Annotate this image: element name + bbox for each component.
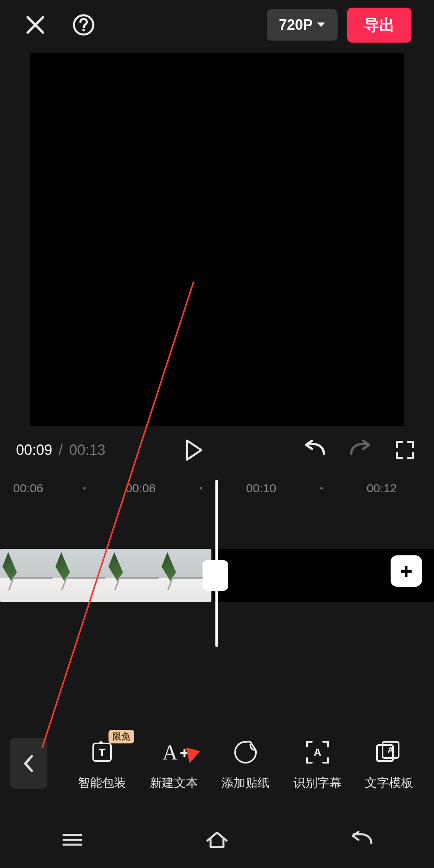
badge-free: 限免 <box>108 730 134 743</box>
tool-text-template[interactable]: A 文字模板 <box>354 736 424 791</box>
export-button[interactable]: 导出 <box>347 8 411 43</box>
ruler-dot <box>83 487 86 489</box>
redo-icon <box>349 440 371 460</box>
back-icon <box>350 831 374 849</box>
nav-recent-button[interactable] <box>48 824 96 856</box>
tool-label: 智能包装 <box>78 775 126 791</box>
tool-label: 识别字幕 <box>293 775 342 791</box>
svg-text:A: A <box>387 745 394 755</box>
svg-text:A: A <box>162 741 178 764</box>
nav-home-button[interactable] <box>193 824 241 856</box>
menu-icon <box>61 832 84 848</box>
video-preview[interactable] <box>30 53 404 426</box>
ruler-label: 00:12 <box>366 481 397 495</box>
text-template-icon: A <box>375 736 403 768</box>
tool-auto-caption[interactable]: A 识别字幕 <box>282 736 353 791</box>
home-icon <box>205 830 229 850</box>
play-button[interactable] <box>181 437 207 463</box>
caption-scan-icon: A <box>305 736 330 768</box>
tool-smart-package[interactable]: 限免 T 智能包装 <box>67 736 137 791</box>
clip-thumbnail <box>106 549 159 602</box>
svg-point-1 <box>82 29 85 31</box>
add-clip-button[interactable]: + <box>391 555 422 587</box>
resolution-select[interactable]: 720P <box>267 9 338 41</box>
undo-button[interactable] <box>302 437 328 463</box>
top-bar: 720P 导出 <box>0 0 434 50</box>
fullscreen-button[interactable] <box>392 437 418 463</box>
help-icon <box>73 14 94 36</box>
svg-text:T: T <box>98 746 105 759</box>
transport-bar: 00:09 / 00:13 <box>0 426 434 474</box>
ruler-dot <box>320 487 323 489</box>
export-label: 导出 <box>364 16 395 33</box>
sticker-icon <box>233 736 258 768</box>
fullscreen-icon <box>395 440 415 460</box>
video-clip[interactable] <box>0 549 211 602</box>
duration: 00:13 <box>69 442 105 458</box>
system-nav-bar <box>0 812 434 868</box>
undo-icon <box>304 440 326 460</box>
tool-label: 添加贴纸 <box>221 775 270 791</box>
a-plus-icon: A <box>160 736 188 768</box>
ruler-dot <box>200 487 202 489</box>
close-button[interactable] <box>23 12 48 38</box>
chevron-left-icon <box>23 755 34 772</box>
tool-label: 新建文本 <box>150 775 198 791</box>
resolution-label: 720P <box>279 16 313 33</box>
svg-text:A: A <box>313 746 321 759</box>
time-separator: / <box>59 442 63 458</box>
close-icon <box>25 15 45 35</box>
ruler-label: 00:10 <box>246 481 276 495</box>
ruler-label: 00:08 <box>125 481 156 495</box>
ruler-label: 00:06 <box>13 481 43 495</box>
tool-label: 文字模板 <box>365 775 413 791</box>
nav-back-button[interactable] <box>338 824 386 856</box>
current-time: 00:09 <box>16 442 52 458</box>
time-display: 00:09 / 00:13 <box>16 442 105 459</box>
chevron-down-icon <box>317 22 326 28</box>
help-button[interactable] <box>71 12 96 38</box>
tool-row: 限免 T 智能包装 A 新建文本 添加贴纸 A <box>0 723 434 804</box>
tool-add-sticker[interactable]: 添加贴纸 <box>210 736 281 791</box>
transition-handle[interactable] <box>203 560 228 591</box>
plus-icon: + <box>400 559 413 583</box>
tool-new-text[interactable]: A 新建文本 <box>139 736 209 791</box>
clip-thumbnail <box>0 549 53 602</box>
play-icon <box>185 440 203 461</box>
redo-button[interactable] <box>347 437 373 463</box>
